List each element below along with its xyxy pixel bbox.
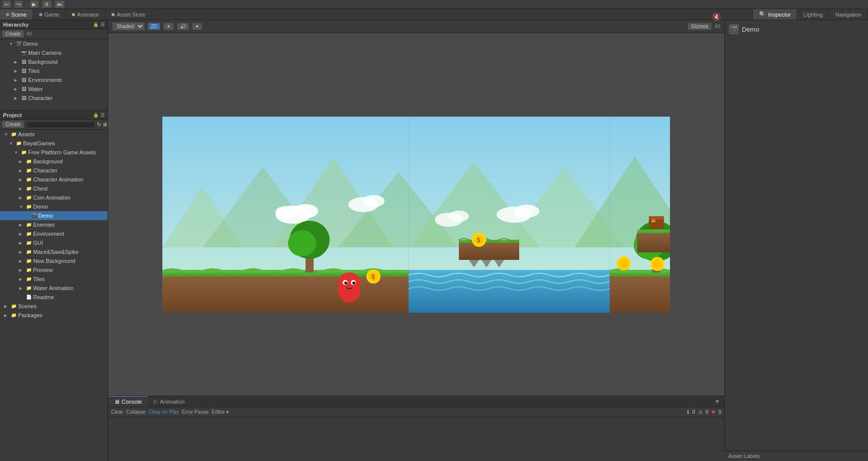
project-character[interactable]: ▶ 📁 Character — [0, 166, 108, 175]
object-icon: 🖼 — [21, 86, 27, 92]
animation-icon: ▷ — [154, 398, 158, 405]
project-new-background[interactable]: ▶ 📁 New Background — [0, 256, 108, 265]
tab-scene[interactable]: Scene — [0, 9, 33, 20]
redo-button[interactable]: ↪ — [14, 1, 23, 8]
2d-button[interactable]: 2D — [148, 23, 160, 30]
top-toolbar: ↩ ↪ ▶ ⏸ ⏭ — [0, 0, 868, 9]
pause-button[interactable]: ⏸ — [42, 1, 52, 8]
console-tab[interactable]: 🖥 Console — [108, 396, 148, 407]
folder-icon: 📁 — [26, 231, 32, 237]
project-menu-icon[interactable]: ☰ — [101, 113, 105, 118]
shaded-select[interactable]: Shaded — [112, 22, 145, 31]
hierarchy-item-demo[interactable]: ▼ 🎬 Demo — [0, 39, 108, 48]
hierarchy-item-maincamera[interactable]: 📷 Main Camera — [0, 48, 108, 57]
inspector-mute-icon[interactable]: 🔇 — [711, 20, 722, 22]
animation-tab[interactable]: ▷ Animation — [148, 396, 190, 407]
project-water-animation[interactable]: ▶ 📁 Water Animation — [0, 284, 108, 293]
project-readme[interactable]: 📄 Readme — [0, 293, 108, 302]
project-char-animation[interactable]: ▶ 📁 Character Animation — [0, 175, 108, 184]
folder-icon: 📁 — [26, 285, 32, 291]
hierarchy-title: Hierarchy — [3, 22, 29, 28]
scene-fx-button[interactable]: ✦ — [192, 23, 202, 30]
project-background[interactable]: ▶ 📁 Background — [0, 157, 108, 166]
svg-text:$: $ — [371, 273, 375, 281]
hierarchy-menu-icon[interactable]: ☰ — [101, 22, 105, 27]
folder-icon: 📁 — [21, 149, 27, 155]
tab-asset-store[interactable]: Asset Store — [106, 9, 152, 20]
hierarchy-item-tiles[interactable]: ▶ 🖼 Tiles — [0, 66, 108, 75]
project-scenes[interactable]: ▶ 📁 Scenes — [0, 302, 108, 311]
project-search-input[interactable] — [26, 121, 95, 128]
project-preview[interactable]: ▶ 📁 Preview — [0, 265, 108, 274]
project-chest[interactable]: ▶ 📁 Chest — [0, 184, 108, 193]
project-coin-animation[interactable]: ▶ 📁 Coin Animation — [0, 193, 108, 202]
project-demo-scene[interactable]: 🎬 Demo — [0, 211, 108, 220]
folder-icon: 📁 — [26, 240, 32, 246]
console-content — [108, 417, 724, 461]
project-gui[interactable]: ▶ 📁 GUI — [0, 238, 108, 247]
object-icon: 🖼 — [21, 68, 27, 74]
clear-on-play-button[interactable]: Clear on Play — [149, 409, 179, 415]
collapse-button[interactable]: Collapse — [126, 409, 146, 415]
undo-button[interactable]: ↩ — [2, 1, 11, 8]
expand-arrow: ▶ — [14, 69, 19, 73]
clear-button[interactable]: Clear — [111, 409, 123, 415]
svg-rect-34 — [637, 230, 670, 252]
hierarchy-section: Hierarchy 🔒 ☰ Create All ▼ 🎬 Demo 📷 — [0, 20, 108, 111]
svg-point-48 — [652, 259, 662, 269]
project-mace-saw[interactable]: ▶ 📁 Mace&Saw&Spike — [0, 247, 108, 256]
project-free-platform[interactable]: ▼ 📁 Free Platform Game Assets — [0, 148, 108, 157]
project-demo-folder[interactable]: ▼ 📁 Demo — [0, 202, 108, 211]
project-create-button[interactable]: Create — [2, 121, 24, 128]
step-button[interactable]: ⏭ — [55, 1, 65, 8]
gizmos-button[interactable]: Gizmos — [688, 23, 712, 30]
project-assets[interactable]: ▼ 📁 Assets — [0, 130, 108, 139]
folder-icon: 📁 — [26, 222, 32, 228]
project-bayatgames[interactable]: ▼ 📁 BayatGames — [0, 139, 108, 148]
center-panel: Shaded 2D ☀ 🔊 ✦ Gizmos All — [108, 20, 724, 461]
scene-view[interactable]: $ $ — [108, 33, 724, 461]
tab-inspector[interactable]: 🔍 Inspector — [753, 9, 797, 20]
tab-lighting[interactable]: Lighting — [797, 9, 829, 20]
scene-file-icon: 🎬 — [16, 41, 22, 47]
hierarchy-all-btn[interactable]: All — [26, 31, 32, 37]
tab-animator[interactable]: Animator — [66, 9, 106, 20]
scene-audio-button[interactable]: 🔊 — [177, 23, 189, 30]
project-environment[interactable]: ▶ 📁 Environment — [0, 229, 108, 238]
folder-icon: 📁 — [26, 167, 32, 173]
hierarchy-item-character[interactable]: ▶ 🖼 Character — [0, 94, 108, 103]
error-icon: ✖ — [711, 409, 715, 415]
project-lock-icon[interactable]: 🔒 — [93, 113, 99, 118]
editor-dropdown[interactable]: Editor ▾ — [212, 409, 229, 415]
hierarchy-item-background[interactable]: ▶ 🖼 Background — [0, 57, 108, 66]
error-pause-button[interactable]: Error Pause — [182, 409, 209, 415]
scene-light-button[interactable]: ☀ — [163, 23, 174, 30]
expand-arrow: ▶ — [19, 232, 24, 236]
inspector-demo-icon: 🎬 — [729, 24, 739, 34]
project-tiles[interactable]: ▶ 📁 Tiles — [0, 274, 108, 284]
folder-icon: 📁 — [26, 276, 32, 282]
project-refresh-icon[interactable]: ↻ — [97, 122, 101, 127]
hierarchy-item-environments[interactable]: ▶ 🖼 Environments — [0, 75, 108, 84]
expand-arrow: ▶ — [19, 277, 24, 282]
project-header-icons: 🔒 ☰ — [93, 113, 105, 118]
tab-game[interactable]: Game — [33, 9, 66, 20]
hierarchy-item-water[interactable]: ▶ 🖼 Water — [0, 84, 108, 94]
asset-store-icon — [112, 13, 115, 16]
svg-point-14 — [449, 211, 469, 222]
scene-icon — [6, 13, 9, 16]
left-panel: Hierarchy 🔒 ☰ Create All ▼ 🎬 Demo 📷 — [0, 20, 108, 461]
hierarchy-create-button[interactable]: Create — [2, 30, 24, 38]
object-icon: 🖼 — [21, 77, 27, 83]
play-button[interactable]: ▶ — [30, 1, 39, 8]
console-collapse-icon[interactable]: ▼ — [714, 398, 720, 405]
svg-point-16 — [514, 205, 539, 218]
project-enemies[interactable]: ▶ 📁 Enemies — [0, 220, 108, 229]
camera-icon: 📷 — [21, 50, 27, 56]
console-icon: 🖥 — [114, 399, 120, 405]
right-panel: 🎬 Demo 🔇 Asset Labels — [724, 20, 868, 461]
project-filter-icon[interactable]: ⊞ — [103, 122, 107, 127]
tab-navigation[interactable]: Navigation — [829, 9, 868, 20]
hierarchy-lock-icon[interactable]: 🔒 — [93, 22, 99, 27]
project-packages[interactable]: ▶ 📁 Packages — [0, 311, 108, 320]
